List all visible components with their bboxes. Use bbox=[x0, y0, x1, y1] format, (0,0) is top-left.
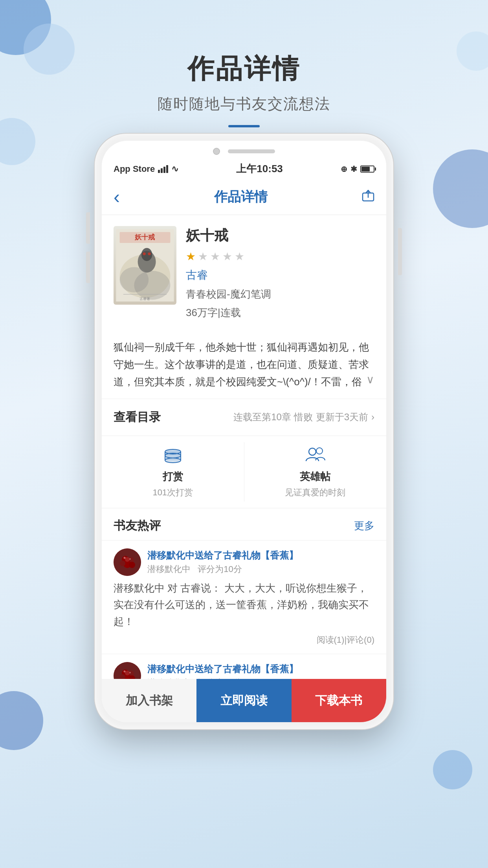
action-row: 打赏 101次打赏 bbox=[102, 436, 386, 508]
title-divider bbox=[228, 125, 260, 127]
star-4: ★ bbox=[222, 250, 232, 263]
review-score-1: 评分为10分 bbox=[198, 564, 242, 574]
reviews-header: 书友热评 更多 bbox=[102, 508, 386, 540]
battery-fill bbox=[361, 167, 370, 171]
expand-icon[interactable]: ∨ bbox=[366, 370, 374, 389]
book-word-count: 36万字|连载 bbox=[186, 306, 374, 320]
svg-point-9 bbox=[134, 271, 170, 300]
phone-outer: App Store ∿ 上午10:53 ⊕ ✱ bbox=[95, 134, 393, 729]
review-footer-1: 阅读(1)|评论(0) bbox=[114, 634, 374, 646]
toc-updated: 更新于3天前 bbox=[316, 411, 368, 423]
toc-bar[interactable]: 查看目录 连载至第10章 惜败 更新于3天前 › bbox=[102, 399, 386, 436]
svg-point-10 bbox=[143, 252, 145, 255]
bg-decoration-6 bbox=[0, 691, 43, 750]
book-meta: 妖十戒 ★ ★ ★ ★ ★ 古睿 青春校园-魔幻笔调 36万字|连载 bbox=[186, 226, 374, 320]
toc-chapter: 连载至第10章 惜败 bbox=[233, 411, 312, 423]
star-1: ★ bbox=[186, 250, 196, 263]
signal-bar-1 bbox=[158, 170, 160, 173]
signal-bar-4 bbox=[166, 165, 168, 173]
signal-bars bbox=[158, 165, 168, 173]
bg-decoration-7 bbox=[433, 750, 472, 789]
nav-bar: ‹ 作品详情 bbox=[102, 179, 386, 215]
book-description: 狐仙祠一别成千年，他杀她十世；狐仙祠再遇如初见，他守她一生。这个故事讲的是道，也… bbox=[102, 331, 386, 399]
tip-action[interactable]: 打赏 101次打赏 bbox=[102, 436, 244, 508]
book-title: 妖十戒 bbox=[186, 226, 374, 245]
add-to-shelf-button[interactable]: 加入书架 bbox=[102, 679, 196, 722]
download-button[interactable]: 下载本书 bbox=[292, 679, 386, 722]
review-avatar-1 bbox=[114, 548, 141, 576]
power-button bbox=[398, 228, 402, 275]
nav-title: 作品详情 bbox=[214, 188, 268, 206]
book-info-section: 妖十戒 bbox=[102, 215, 386, 331]
carrier-label: App Store bbox=[114, 164, 155, 174]
status-bar: App Store ∿ 上午10:53 ⊕ ✱ bbox=[102, 159, 386, 179]
reviews-more-button[interactable]: 更多 bbox=[354, 519, 374, 533]
svg-point-36 bbox=[129, 558, 131, 560]
status-right: ⊕ ✱ bbox=[341, 164, 374, 174]
reviews-title: 书友热评 bbox=[114, 518, 161, 534]
review-read-count-1: 阅读(1)|评论(0) bbox=[317, 635, 375, 645]
signal-bar-3 bbox=[163, 167, 165, 173]
content-area: 妖十戒 bbox=[102, 215, 386, 722]
tip-icon bbox=[163, 445, 183, 467]
share-button[interactable] bbox=[362, 189, 374, 205]
hero-post-sub: 见证真爱的时刻 bbox=[285, 487, 345, 498]
tip-label: 打赏 bbox=[163, 470, 183, 484]
svg-text:妖十戒: 妖十戒 bbox=[135, 234, 156, 241]
svg-point-27 bbox=[316, 448, 323, 454]
toc-arrow-icon: › bbox=[371, 412, 374, 423]
phone-inner: App Store ∿ 上午10:53 ⊕ ✱ bbox=[102, 141, 386, 722]
signal-bar-2 bbox=[161, 168, 163, 173]
svg-point-43 bbox=[125, 671, 130, 675]
bluetooth-icon: ✱ bbox=[350, 164, 357, 174]
svg-point-32 bbox=[120, 561, 125, 566]
volume-up-button bbox=[86, 212, 90, 244]
status-time: 上午10:53 bbox=[236, 162, 283, 176]
star-5: ★ bbox=[235, 250, 244, 263]
svg-point-45 bbox=[129, 672, 131, 673]
description-text: 狐仙祠一别成千年，他杀她十世；狐仙祠再遇如初见，他守她一生。这个故事讲的是道，也… bbox=[114, 341, 369, 388]
read-now-button[interactable]: 立即阅读 bbox=[196, 679, 291, 722]
hero-post-icon bbox=[305, 445, 326, 467]
bg-decoration-5 bbox=[433, 149, 488, 228]
page-subtitle: 随时随地与书友交流想法 bbox=[0, 94, 488, 114]
phone-mockup: App Store ∿ 上午10:53 ⊕ ✱ bbox=[95, 134, 393, 729]
review-user-1: 潜移默化中 bbox=[147, 564, 191, 574]
toc-info: 连载至第10章 惜败 更新于3天前 › bbox=[233, 411, 374, 423]
toc-label: 查看目录 bbox=[114, 409, 161, 425]
battery-icon bbox=[360, 166, 374, 173]
review-user-info-1: 潜移默化中 评分为10分 bbox=[147, 564, 242, 574]
hero-post-action[interactable]: 英雄帖 见证真爱的时刻 bbox=[244, 436, 387, 508]
back-button[interactable]: ‹ bbox=[114, 186, 120, 208]
review-meta-1: 潜移默化中送给了古睿礼物【香蕉】 潜移默化中 评分为10分 bbox=[147, 549, 374, 575]
book-author: 古睿 bbox=[186, 268, 374, 283]
svg-point-44 bbox=[124, 671, 126, 673]
location-icon: ⊕ bbox=[341, 164, 347, 174]
status-left: App Store ∿ bbox=[114, 164, 178, 174]
review-title-2[interactable]: 潜移默化中送给了古睿礼物【香蕉】 bbox=[147, 663, 374, 675]
book-cover: 妖十戒 bbox=[114, 226, 176, 305]
svg-point-34 bbox=[125, 557, 130, 562]
phone-speaker bbox=[228, 149, 275, 153]
hero-post-label: 英雄帖 bbox=[300, 470, 330, 484]
star-3: ★ bbox=[210, 250, 220, 263]
star-rating: ★ ★ ★ ★ ★ bbox=[186, 250, 374, 263]
page-title: 作品详情 bbox=[0, 51, 488, 87]
review-item-1: 潜移默化中送给了古睿礼物【香蕉】 潜移默化中 评分为10分 潜移默化中 对 古睿… bbox=[102, 540, 386, 654]
svg-point-35 bbox=[124, 557, 126, 559]
wifi-icon: ∿ bbox=[171, 164, 178, 174]
bottom-bar: 加入书架 立即阅读 下载本书 bbox=[102, 679, 386, 722]
svg-point-26 bbox=[309, 448, 316, 455]
volume-down-button bbox=[86, 252, 90, 283]
svg-text:古睿著: 古睿著 bbox=[140, 297, 150, 301]
tip-count: 101次打赏 bbox=[152, 487, 193, 498]
star-2: ★ bbox=[198, 250, 208, 263]
svg-point-7 bbox=[141, 248, 152, 261]
svg-point-11 bbox=[148, 252, 150, 255]
book-genre: 青春校园-魔幻笔调 bbox=[186, 287, 374, 301]
page-header: 作品详情 随时随地与书友交流想法 bbox=[0, 0, 488, 127]
review-title-1[interactable]: 潜移默化中送给了古睿礼物【香蕉】 bbox=[147, 549, 374, 562]
review-header-1: 潜移默化中送给了古睿礼物【香蕉】 潜移默化中 评分为10分 bbox=[114, 548, 374, 576]
book-cover-art: 妖十戒 bbox=[114, 226, 176, 305]
review-body-1: 潜移默化中 对 古睿说： 大大，大大，听说你想生猴子，实在没有什么可送的，送一筐… bbox=[114, 580, 374, 631]
